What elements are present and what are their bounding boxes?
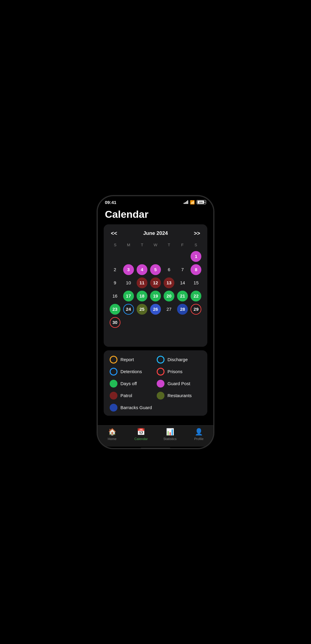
legend-dot-icon	[157, 368, 164, 376]
calendar-cell[interactable]: 25	[135, 303, 148, 316]
calendar-cell[interactable]: 16	[108, 290, 121, 302]
legend-label: Patrol	[120, 393, 132, 398]
calendar-cell[interactable]: 28	[176, 303, 189, 316]
nav-label: Statistics	[163, 437, 176, 441]
calendar-cell[interactable]: 19	[149, 290, 162, 302]
calendar-day	[177, 317, 188, 328]
calendar-day[interactable]: 6	[164, 264, 174, 275]
calendar-cell[interactable]: 29	[190, 303, 203, 316]
calendar-cell[interactable]: 21	[176, 290, 189, 302]
nav-item-statistics[interactable]: 📊Statistics	[156, 428, 185, 441]
calendar-day[interactable]: 4	[137, 264, 147, 275]
calendar-cell[interactable]: 12	[149, 277, 162, 289]
calendar-day[interactable]: 11	[137, 277, 147, 288]
calendar-day[interactable]: 14	[177, 277, 188, 288]
calendar-icon: 📅	[137, 428, 145, 436]
calendar-day[interactable]: 1	[191, 251, 201, 262]
calendar-cell[interactable]: 9	[108, 277, 121, 289]
calendar-cell[interactable]: 20	[163, 290, 176, 302]
calendar-cell[interactable]: 15	[190, 277, 203, 289]
calendar-day[interactable]: 18	[137, 291, 147, 301]
calendar-day[interactable]: 19	[150, 291, 161, 301]
nav-item-home[interactable]: 🏠Home	[98, 428, 127, 441]
legend-item: Report	[110, 356, 154, 364]
legend-dot-icon	[157, 380, 164, 388]
legend-dot-icon	[110, 404, 117, 412]
calendar-day[interactable]: 28	[177, 304, 188, 315]
legend-label: Restaurants	[167, 393, 192, 398]
calendar-cell[interactable]: 10	[122, 277, 135, 289]
calendar-day[interactable]: 8	[191, 264, 201, 275]
weekday-label: W	[149, 241, 162, 248]
calendar-day	[164, 317, 174, 328]
calendar-weekdays: SMTWTFS	[108, 241, 203, 248]
weekday-label: S	[189, 241, 203, 248]
calendar-cell[interactable]: 8	[190, 263, 203, 276]
calendar-cell[interactable]: 7	[176, 263, 189, 276]
page-content: Calendar << June 2024 >> SMTWTFS 1234567…	[98, 208, 213, 425]
calendar-cell	[176, 316, 189, 329]
nav-item-profile[interactable]: 👤Profile	[185, 428, 214, 441]
calendar-day[interactable]: 20	[164, 291, 174, 301]
calendar-day[interactable]: 2	[110, 264, 120, 275]
dynamic-island	[151, 199, 160, 208]
calendar-day[interactable]: 29	[191, 304, 201, 315]
legend-dot-icon	[110, 380, 117, 388]
calendar-day[interactable]: 23	[110, 304, 120, 315]
calendar-cell[interactable]: 6	[163, 263, 176, 276]
calendar-day[interactable]: 15	[191, 277, 201, 288]
calendar-cell[interactable]: 23	[108, 303, 121, 316]
calendar-day[interactable]: 24	[123, 304, 134, 315]
calendar-day[interactable]: 13	[164, 277, 174, 288]
calendar-cell[interactable]: 13	[163, 277, 176, 289]
calendar-cell[interactable]: 4	[135, 263, 148, 276]
calendar-day	[177, 251, 188, 262]
calendar-day[interactable]: 12	[150, 277, 161, 288]
calendar-day[interactable]: 9	[110, 277, 120, 288]
calendar-cell	[122, 250, 135, 263]
calendar-day[interactable]: 10	[123, 277, 134, 288]
calendar-day[interactable]: 21	[177, 291, 188, 301]
calendar-day[interactable]: 7	[177, 264, 188, 275]
legend-label: Guard Post	[167, 381, 190, 386]
calendar-day[interactable]: 16	[110, 291, 120, 301]
calendar-day	[110, 330, 120, 341]
calendar-day[interactable]: 26	[150, 304, 161, 315]
calendar-cell[interactable]: 17	[122, 290, 135, 302]
weekday-label: S	[108, 241, 122, 248]
calendar-cell[interactable]: 26	[149, 303, 162, 316]
home-indicator	[141, 448, 170, 448]
calendar-day[interactable]: 17	[123, 291, 134, 301]
next-month-button[interactable]: >>	[191, 229, 203, 238]
calendar-cell[interactable]: 2	[108, 263, 121, 276]
calendar-cell[interactable]: 30	[108, 316, 121, 329]
calendar-card: << June 2024 >> SMTWTFS 1234567891011121…	[104, 224, 207, 347]
calendar-cell[interactable]: 11	[135, 277, 148, 289]
calendar-cell[interactable]: 3	[122, 263, 135, 276]
calendar-day[interactable]: 27	[164, 304, 174, 315]
nav-item-calendar[interactable]: 📅Calendar	[127, 428, 156, 441]
legend-item: Patrol	[110, 392, 154, 400]
nav-label: Home	[108, 437, 117, 441]
calendar-cell[interactable]: 18	[135, 290, 148, 302]
calendar-day[interactable]: 25	[137, 304, 147, 315]
bottom-nav: 🏠Home📅Calendar📊Statistics👤Profile	[98, 425, 213, 447]
prev-month-button[interactable]: <<	[108, 229, 120, 238]
calendar-cell[interactable]: 27	[163, 303, 176, 316]
calendar-day[interactable]: 30	[110, 317, 120, 328]
legend-item: Discharge	[157, 356, 201, 364]
wifi-icon: 📶	[190, 200, 195, 205]
calendar-cell[interactable]: 1	[190, 250, 203, 263]
calendar-cell[interactable]: 14	[176, 277, 189, 289]
legend-dot-icon	[157, 392, 164, 400]
calendar-day[interactable]: 3	[123, 264, 134, 275]
calendar-cell	[108, 250, 121, 263]
calendar-cell[interactable]: 22	[190, 290, 203, 302]
calendar-day[interactable]: 5	[150, 264, 161, 275]
calendar-day[interactable]: 22	[191, 291, 201, 301]
weekday-label: F	[176, 241, 189, 248]
calendar-cell[interactable]: 5	[149, 263, 162, 276]
calendar-cell[interactable]: 24	[122, 303, 135, 316]
calendar-day	[191, 317, 201, 328]
legend-label: Prisons	[167, 369, 182, 374]
